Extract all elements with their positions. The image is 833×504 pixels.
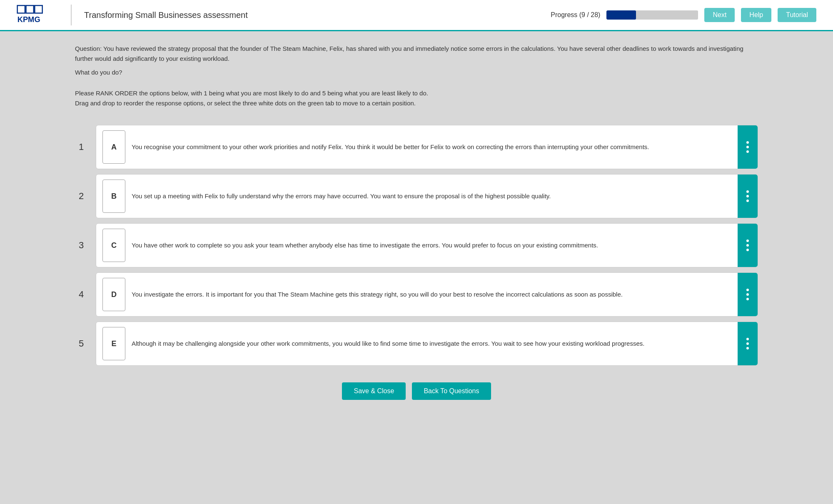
- kpmg-logo: KPMG: [17, 4, 58, 27]
- instruction-line1: Please RANK ORDER the options below, wit…: [75, 90, 428, 97]
- svg-text:KPMG: KPMG: [17, 15, 40, 24]
- save-close-button[interactable]: Save & Close: [342, 382, 406, 400]
- rank-text-5: Although it may be challenging alongside…: [132, 322, 738, 365]
- svg-rect-1: [26, 5, 34, 13]
- rank-handle-2[interactable]: [738, 175, 758, 218]
- rank-card-5[interactable]: E Although it may be challenging alongsi…: [96, 322, 758, 366]
- progress-label: Progress (9 / 28): [551, 11, 600, 19]
- tutorial-button[interactable]: Tutorial: [778, 8, 816, 22]
- drag-dots-5: [746, 338, 749, 349]
- rank-number-3: 3: [75, 240, 87, 251]
- back-to-questions-button[interactable]: Back To Questions: [412, 382, 491, 400]
- assessment-title: Transforming Small Businesses assessment: [84, 10, 248, 20]
- drag-dots-3: [746, 240, 749, 251]
- next-button[interactable]: Next: [704, 8, 735, 22]
- main-content: Question: You have reviewed the strategy…: [0, 31, 833, 429]
- logo-area: KPMG Transforming Small Businesses asses…: [17, 4, 248, 27]
- rank-letter-A: A: [102, 130, 125, 164]
- what-do-text: What do you do?: [75, 69, 758, 76]
- svg-rect-0: [17, 5, 25, 13]
- drag-dots-2: [746, 190, 749, 202]
- rank-text-1: You recognise your commitment to your ot…: [132, 125, 738, 169]
- logo-divider: [71, 5, 72, 25]
- rank-handle-1[interactable]: [738, 125, 758, 169]
- rank-row-4: 4 D You investigate the errors. It is im…: [75, 272, 758, 317]
- rank-letter-C: C: [102, 229, 125, 262]
- rank-row-5: 5 E Although it may be challenging along…: [75, 322, 758, 366]
- rank-list: 1 A You recognise your commitment to you…: [75, 125, 758, 366]
- rank-handle-3[interactable]: [738, 224, 758, 267]
- drag-dots-4: [746, 289, 749, 300]
- help-button[interactable]: Help: [741, 8, 771, 22]
- rank-letter-E: E: [102, 327, 125, 360]
- rank-row-1: 1 A You recognise your commitment to you…: [75, 125, 758, 169]
- rank-number-1: 1: [75, 142, 87, 152]
- rank-letter-D: D: [102, 278, 125, 311]
- drag-dots-1: [746, 141, 749, 153]
- rank-card-2[interactable]: B You set up a meeting with Felix to ful…: [96, 174, 758, 218]
- rank-text-4: You investigate the errors. It is import…: [132, 273, 738, 316]
- rank-handle-4[interactable]: [738, 273, 758, 316]
- rank-text-3: You have other work to complete so you a…: [132, 224, 738, 267]
- question-text: Question: You have reviewed the strategy…: [75, 44, 758, 64]
- rank-handle-5[interactable]: [738, 322, 758, 365]
- progress-bar-container: [606, 10, 698, 20]
- svg-rect-2: [35, 5, 42, 13]
- bottom-buttons: Save & Close Back To Questions: [75, 382, 758, 412]
- instruction-line2: Drag and drop to reorder the response op…: [75, 100, 416, 107]
- rank-number-2: 2: [75, 191, 87, 202]
- rank-text-2: You set up a meeting with Felix to fully…: [132, 175, 738, 218]
- rank-number-4: 4: [75, 289, 87, 300]
- rank-letter-B: B: [102, 180, 125, 213]
- rank-row-3: 3 C You have other work to complete so y…: [75, 223, 758, 267]
- rank-card-3[interactable]: C You have other work to complete so you…: [96, 223, 758, 267]
- rank-row-2: 2 B You set up a meeting with Felix to f…: [75, 174, 758, 218]
- instruction-text: Please RANK ORDER the options below, wit…: [75, 88, 758, 108]
- rank-card-4[interactable]: D You investigate the errors. It is impo…: [96, 272, 758, 317]
- rank-number-5: 5: [75, 338, 87, 349]
- rank-card-1[interactable]: A You recognise your commitment to your …: [96, 125, 758, 169]
- header: KPMG Transforming Small Businesses asses…: [0, 0, 833, 31]
- header-right: Progress (9 / 28) Next Help Tutorial: [551, 8, 816, 22]
- progress-bar-fill: [606, 10, 636, 20]
